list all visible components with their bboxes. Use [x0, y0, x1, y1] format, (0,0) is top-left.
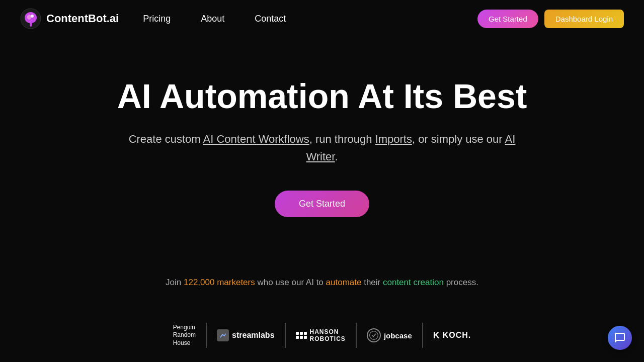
nav-get-started-button[interactable]: Get Started	[477, 10, 538, 28]
penguin-line3: House	[173, 339, 191, 347]
hero-imports-link[interactable]: Imports	[375, 133, 412, 145]
hero-subtitle: Create custom AI Content Workflows, run …	[121, 130, 523, 165]
social-proof-content: content creation	[383, 278, 444, 287]
penguin-line1: Penguin	[173, 324, 195, 332]
social-proof-mid1: who use our AI to	[255, 278, 326, 287]
logo-icon	[20, 8, 41, 29]
logo-hanson-robotics: HANSON ROBOTICS	[296, 328, 346, 343]
logo-streamlabs: streamlabs	[217, 329, 275, 341]
logo-divider-4	[422, 323, 423, 348]
chat-icon	[614, 332, 626, 344]
streamlabs-icon	[217, 329, 229, 341]
svg-point-2	[31, 15, 34, 18]
hanson-line1: HANSON	[310, 328, 346, 335]
chat-bubble-button[interactable]	[608, 326, 632, 350]
nav-links: Pricing About Contact	[143, 14, 286, 24]
social-proof-suffix: process.	[444, 278, 478, 287]
logo-text: ContentBot.ai	[46, 12, 119, 25]
logo-link[interactable]: ContentBot.ai	[20, 8, 119, 29]
hero-get-started-button[interactable]: Get Started	[275, 191, 369, 217]
penguin-line2: Random	[173, 331, 196, 339]
hero-subtitle-suffix: .	[335, 150, 338, 163]
nav-contact[interactable]: Contact	[255, 14, 286, 24]
koch-k-text: K	[433, 330, 440, 341]
logo-divider-2	[285, 323, 286, 348]
logo-koch: K KOCH.	[433, 330, 471, 341]
logo-divider-3	[356, 323, 357, 348]
koch-text: KOCH.	[443, 331, 471, 340]
logo-penguin-random-house: Penguin Random House	[173, 324, 196, 347]
nav-right: Get Started Dashboard Login	[477, 10, 624, 28]
hanson-line2: ROBOTICS	[310, 335, 346, 342]
nav-about[interactable]: About	[201, 14, 224, 24]
jobcase-icon	[367, 328, 381, 342]
streamlabs-text: streamlabs	[232, 331, 275, 340]
hero-subtitle-prefix: Create custom	[129, 133, 203, 145]
hero-workflows-link[interactable]: AI Content Workflows	[203, 133, 309, 145]
logos-section: Penguin Random House streamlabs HANSON R	[0, 308, 644, 362]
hanson-grid-icon	[296, 332, 307, 339]
logo-jobcase: jobcase	[367, 328, 412, 342]
social-proof-count: 122,000 marketers	[184, 278, 255, 287]
nav-pricing[interactable]: Pricing	[143, 14, 171, 24]
hero-subtitle-mid1: , run through	[309, 133, 375, 145]
svg-point-1	[27, 15, 31, 20]
nav-dashboard-login-button[interactable]: Dashboard Login	[544, 10, 624, 28]
logo-divider-1	[206, 323, 207, 348]
social-proof-mid2: their	[361, 278, 383, 287]
hero-section: AI Automation At Its Best Create custom …	[0, 37, 644, 247]
svg-point-4	[370, 331, 378, 340]
social-proof-automate: automate	[326, 278, 362, 287]
hero-subtitle-mid2: , or simply use our	[412, 133, 505, 145]
jobcase-text: jobcase	[384, 331, 412, 340]
hero-title: AI Automation At Its Best	[117, 77, 527, 115]
social-proof-section: Join 122,000 marketers who use our AI to…	[0, 247, 644, 308]
navbar: ContentBot.ai Pricing About Contact Get …	[0, 0, 644, 37]
social-proof-prefix: Join	[166, 278, 184, 287]
